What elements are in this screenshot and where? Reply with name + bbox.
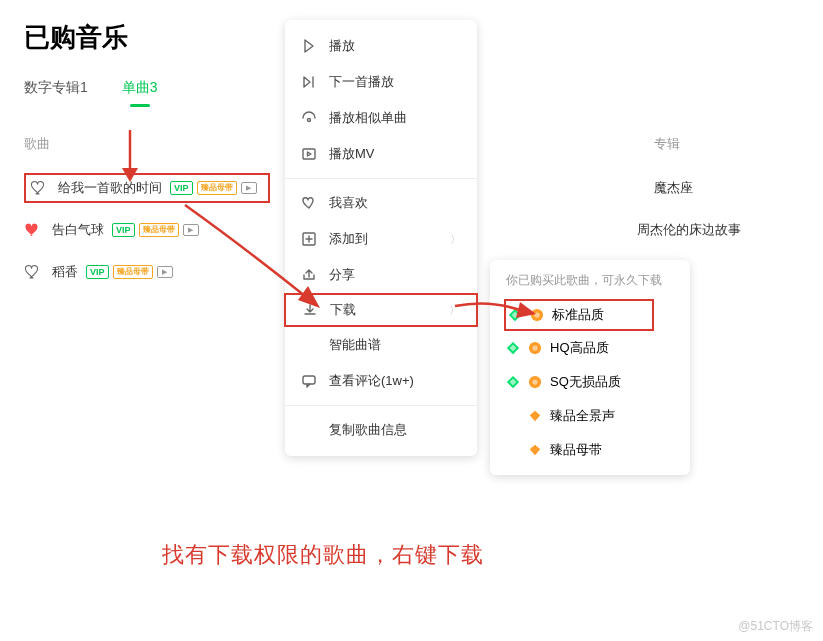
green-diamond-icon: [506, 375, 520, 389]
svg-point-5: [534, 312, 539, 317]
quality-standard[interactable]: 标准品质: [504, 299, 654, 331]
ctx-label: 播放: [329, 37, 355, 55]
radio-icon: [301, 110, 317, 126]
master-badge: 臻品母带: [197, 181, 237, 195]
quality-label: 标准品质: [552, 306, 604, 324]
quality-label: 臻品母带: [550, 441, 602, 459]
ctx-like[interactable]: 我喜欢: [285, 185, 477, 221]
ctx-label: 复制歌曲信息: [329, 421, 407, 439]
quality-sq[interactable]: SQ无损品质: [490, 365, 690, 399]
vip-badge: VIP: [112, 223, 135, 237]
ctx-label: 添加到: [329, 230, 368, 248]
ctx-play-mv[interactable]: 播放MV: [285, 136, 477, 172]
orange-circle-icon: [528, 375, 542, 389]
orange-diamond-icon: [528, 409, 542, 423]
heart-outline-icon: [301, 195, 317, 211]
separator: [285, 405, 477, 406]
song-title: 给我一首歌的时间: [58, 179, 162, 197]
svg-rect-1: [303, 149, 315, 159]
ctx-download[interactable]: 下载 〉: [284, 293, 478, 327]
svg-point-9: [532, 379, 537, 384]
heart-outline-icon[interactable]: [24, 263, 42, 281]
ctx-play-similar[interactable]: 播放相似单曲: [285, 100, 477, 136]
svg-point-7: [532, 345, 537, 350]
context-menu: 播放 下一首播放 播放相似单曲 播放MV 我喜欢 添加到 〉 分享 下载 〉 智…: [285, 20, 477, 456]
vip-badge: VIP: [86, 265, 109, 279]
ctx-smart-score[interactable]: 智能曲谱: [285, 327, 477, 363]
svg-point-0: [308, 119, 311, 122]
ctx-share[interactable]: 分享: [285, 257, 477, 293]
orange-circle-icon: [530, 308, 544, 322]
ctx-label: 下载: [330, 301, 356, 319]
ctx-label: 分享: [329, 266, 355, 284]
play-icon: [301, 38, 317, 54]
quality-label: HQ高品质: [550, 339, 609, 357]
col-album: 专辑: [654, 135, 799, 153]
download-icon: [302, 302, 318, 318]
heart-outline-icon[interactable]: [30, 179, 48, 197]
quality-label: SQ无损品质: [550, 373, 621, 391]
quality-label: 臻品全景声: [550, 407, 615, 425]
master-badge: 臻品母带: [139, 223, 179, 237]
mv-icon[interactable]: ▶: [241, 182, 257, 194]
submenu-title: 你已购买此歌曲，可永久下载: [490, 272, 690, 299]
ctx-view-comments[interactable]: 查看评论(1w+): [285, 363, 477, 399]
song-row-highlight: 给我一首歌的时间 VIP 臻品母带 ▶: [24, 173, 270, 203]
album-name[interactable]: 周杰伦的床边故事: [637, 221, 741, 239]
quality-hq[interactable]: HQ高品质: [490, 331, 690, 365]
ctx-play-next[interactable]: 下一首播放: [285, 64, 477, 100]
green-diamond-icon: [506, 341, 520, 355]
ctx-label: 播放MV: [329, 145, 375, 163]
chevron-right-icon: 〉: [450, 232, 461, 247]
green-diamond-icon: [508, 308, 522, 322]
vip-badge: VIP: [170, 181, 193, 195]
ctx-label: 播放相似单曲: [329, 109, 407, 127]
quality-panorama[interactable]: 臻品全景声: [490, 399, 690, 433]
share-icon: [301, 267, 317, 283]
ctx-label: 查看评论(1w+): [329, 372, 414, 390]
mv-icon[interactable]: ▶: [157, 266, 173, 278]
album-name[interactable]: 魔杰座: [654, 179, 693, 197]
tab-single[interactable]: 单曲3: [122, 79, 158, 105]
ctx-add-to[interactable]: 添加到 〉: [285, 221, 477, 257]
ctx-copy-info[interactable]: 复制歌曲信息: [285, 412, 477, 448]
ctx-label: 下一首播放: [329, 73, 394, 91]
separator: [285, 178, 477, 179]
play-next-icon: [301, 74, 317, 90]
comment-icon: [301, 373, 317, 389]
master-badge: 臻品母带: [113, 265, 153, 279]
chevron-right-icon: 〉: [449, 303, 460, 318]
svg-rect-3: [303, 376, 315, 384]
blank-icon: [301, 422, 317, 438]
ctx-play[interactable]: 播放: [285, 28, 477, 64]
ctx-label: 我喜欢: [329, 194, 368, 212]
heart-filled-icon[interactable]: [24, 221, 42, 239]
quality-master[interactable]: 臻品母带: [490, 433, 690, 467]
orange-circle-icon: [528, 341, 542, 355]
blank-icon: [301, 337, 317, 353]
mv-icon[interactable]: ▶: [183, 224, 199, 236]
plus-box-icon: [301, 231, 317, 247]
annotation-text: 找有下载权限的歌曲，右键下载: [162, 540, 484, 570]
tab-digital-album[interactable]: 数字专辑1: [24, 79, 88, 105]
orange-diamond-icon: [528, 443, 542, 457]
mv-icon: [301, 146, 317, 162]
download-submenu: 你已购买此歌曲，可永久下载 标准品质 HQ高品质 SQ无损品质 臻品全景声 臻品…: [490, 260, 690, 475]
song-title: 告白气球: [52, 221, 104, 239]
watermark: @51CTO博客: [738, 618, 813, 635]
ctx-label: 智能曲谱: [329, 336, 381, 354]
song-title: 稻香: [52, 263, 78, 281]
